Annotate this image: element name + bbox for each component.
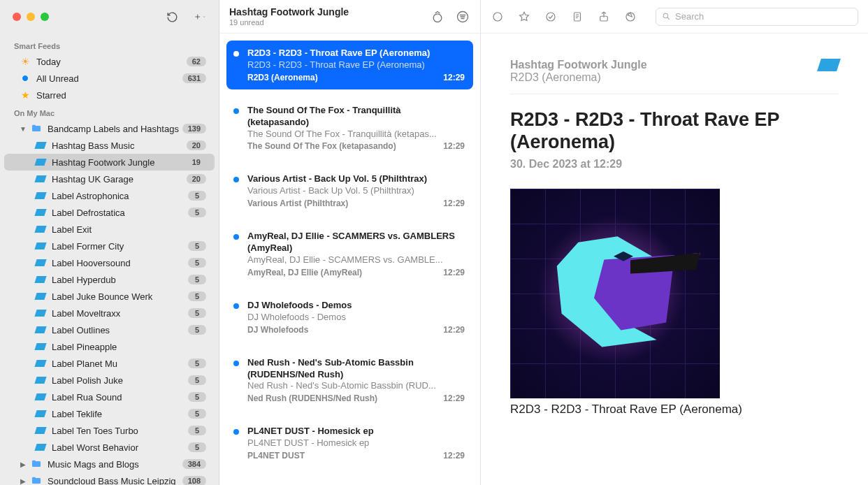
section-header: Smart Feeds <box>0 36 219 53</box>
feed-item[interactable]: Label Ten Toes Turbo5 <box>4 422 215 439</box>
smart-feed-starred[interactable]: ★Starred <box>4 87 215 103</box>
row-label: Label Defrostatica <box>52 208 188 218</box>
feed-item[interactable]: Label Worst Behavior5 <box>4 439 215 456</box>
filter-icon[interactable] <box>455 9 470 24</box>
svg-rect-4 <box>574 13 581 21</box>
unread-dot-icon <box>233 234 239 240</box>
item-preview: The Sound Of The Fox - Tranquillità (ket… <box>247 129 465 140</box>
svg-point-0 <box>433 13 442 22</box>
row-label: Soundcloud Bass Music Leipzig <box>48 476 182 486</box>
count-badge: 5 <box>188 442 206 452</box>
article-list-item[interactable]: Okkam - Three Zeros (Orr Music)Okkam - T… <box>226 476 473 485</box>
svg-point-6 <box>626 13 635 21</box>
read-toggle-icon[interactable] <box>491 10 505 24</box>
count-badge: 5 <box>188 375 206 385</box>
folder-music-mags[interactable]: ▶Music Mags and Blogs384 <box>4 456 215 472</box>
feed-item[interactable]: Label Planet Mu5 <box>4 355 215 372</box>
close-window-button[interactable] <box>13 13 21 21</box>
row-label: Label Rua Sound <box>52 392 188 403</box>
open-browser-icon[interactable] <box>623 10 637 24</box>
mark-all-read-icon[interactable] <box>430 9 445 24</box>
item-title: The Sound Of The Fox - Tranquillità (ket… <box>247 105 465 129</box>
chevron-icon[interactable]: ▼ <box>18 125 28 133</box>
sun-icon: ☀︎ <box>18 56 32 67</box>
item-source: The Sound Of The Fox (ketapasando) <box>247 141 443 151</box>
row-label: Starred <box>36 90 206 101</box>
search-input[interactable]: Search <box>656 8 858 26</box>
folder-soundcloud[interactable]: ▶Soundcloud Bass Music Leipzig108 <box>4 472 215 485</box>
feed-item[interactable]: Label Outlines5 <box>4 321 215 338</box>
article-list-item[interactable]: Ned Rush - Ned's Sub-Atomic Bassbin (RUD… <box>226 350 473 411</box>
article-list-item[interactable]: Various Artist - Back Up Vol. 5 (Philtht… <box>226 166 473 215</box>
feed-item[interactable]: Label Teklife5 <box>4 405 215 422</box>
feed-icon <box>34 293 48 300</box>
search-placeholder: Search <box>675 11 704 22</box>
folder-bandcamp[interactable]: ▼Bandcamp Labels and Hashtags139 <box>4 120 215 137</box>
feed-item[interactable]: Label Defrostatica5 <box>4 204 215 221</box>
feed-item[interactable]: Hashtag UK Garage20 <box>4 171 215 187</box>
item-preview: AmyReal, DJ Ellie - SCAMMERS vs. GAMBLE.… <box>247 254 465 266</box>
star-icon: ★ <box>18 89 32 101</box>
unread-dot-icon <box>233 177 239 182</box>
row-label: Label Polish Juke <box>52 375 188 386</box>
feed-favicon <box>817 59 841 71</box>
item-preview: R2D3 - R2D3 - Throat Rave EP (Aeronema) <box>247 59 465 71</box>
row-label: Label Outlines <box>52 325 188 335</box>
item-preview: Various Artist - Back Up Vol. 5 (Philtht… <box>247 185 465 197</box>
count-badge: 5 <box>188 308 206 318</box>
row-label: Label Ten Toes Turbo <box>52 426 188 436</box>
feed-icon <box>34 310 48 317</box>
smart-feed-today[interactable]: ☀︎Today62 <box>4 53 215 70</box>
count-badge: 5 <box>188 359 206 368</box>
article-date: 30. Dec 2023 at 12:29 <box>510 158 839 171</box>
feed-icon <box>34 276 48 283</box>
article-list-item[interactable]: PL4NET DUST - Homesick epPL4NET DUST - H… <box>226 419 473 468</box>
feed-item[interactable]: Label Rua Sound5 <box>4 389 215 405</box>
zoom-window-button[interactable] <box>41 13 49 21</box>
article-caption: R2D3 - R2D3 - Throat Rave EP (Aeronema) <box>510 403 839 417</box>
article-list-pane: Hashtag Footwork Jungle 19 unread R2D3 -… <box>219 0 481 485</box>
feed-item[interactable]: Hashtag Bass Music20 <box>4 137 215 154</box>
feed-item[interactable]: Hashtag Footwork Jungle19 <box>4 154 215 171</box>
item-preview: PL4NET DUST - Homesick ep <box>247 437 465 449</box>
article-list-item[interactable]: The Sound Of The Fox - Tranquillità (ket… <box>226 98 473 159</box>
feed-item[interactable]: Label Hooversound5 <box>4 254 215 271</box>
item-time: 12:29 <box>443 198 465 208</box>
item-title: PL4NET DUST - Homesick ep <box>247 426 465 437</box>
article-list-item[interactable]: DJ Wholefoods - DemosDJ Wholefoods - Dem… <box>226 293 473 342</box>
chevron-icon[interactable]: ▶ <box>18 461 28 468</box>
feed-item[interactable]: Label Moveltraxx5 <box>4 305 215 321</box>
item-time: 12:29 <box>443 141 465 151</box>
article-list-item[interactable]: AmyReal, DJ Ellie - SCAMMERS vs. GAMBLER… <box>226 224 473 284</box>
row-label: Label Pineapple <box>52 342 206 352</box>
row-label: Label Hooversound <box>52 258 188 268</box>
item-title: DJ Wholefoods - Demos <box>247 300 465 312</box>
count-badge: 20 <box>187 140 206 150</box>
feed-item[interactable]: Label Exit <box>4 221 215 238</box>
star-icon[interactable] <box>517 10 531 24</box>
feed-icon <box>34 444 48 451</box>
count-badge: 5 <box>188 191 206 201</box>
feed-item[interactable]: Label Former City5 <box>4 238 215 254</box>
add-button[interactable] <box>194 10 206 23</box>
chevron-icon[interactable]: ▶ <box>18 477 28 485</box>
feed-item[interactable]: Label Pineapple <box>4 338 215 355</box>
article-list-item[interactable]: R2D3 - R2D3 - Throat Rave EP (Aeronema)R… <box>226 41 473 89</box>
sidebar: Smart Feeds☀︎Today62All Unread631★Starre… <box>0 0 219 485</box>
feed-item[interactable]: Label Astrophonica5 <box>4 187 215 204</box>
window-controls <box>13 13 49 21</box>
feed-item[interactable]: Label Hyperdub5 <box>4 271 215 288</box>
feed-icon <box>34 142 48 149</box>
feed-item[interactable]: Label Juke Bounce Werk5 <box>4 288 215 305</box>
reader-view-icon[interactable] <box>570 10 584 24</box>
minimize-window-button[interactable] <box>27 13 35 21</box>
feed-item[interactable]: Label Polish Juke5 <box>4 372 215 389</box>
folder-icon <box>29 475 43 485</box>
smart-feed-all-unread[interactable]: All Unread631 <box>4 70 215 87</box>
read-later-icon[interactable] <box>544 10 558 24</box>
item-time: 12:29 <box>443 393 465 403</box>
item-title: Various Artist - Back Up Vol. 5 (Philtht… <box>247 173 465 185</box>
share-icon[interactable] <box>597 10 611 24</box>
refresh-button[interactable] <box>166 10 178 23</box>
unread-dot-icon <box>233 108 239 114</box>
